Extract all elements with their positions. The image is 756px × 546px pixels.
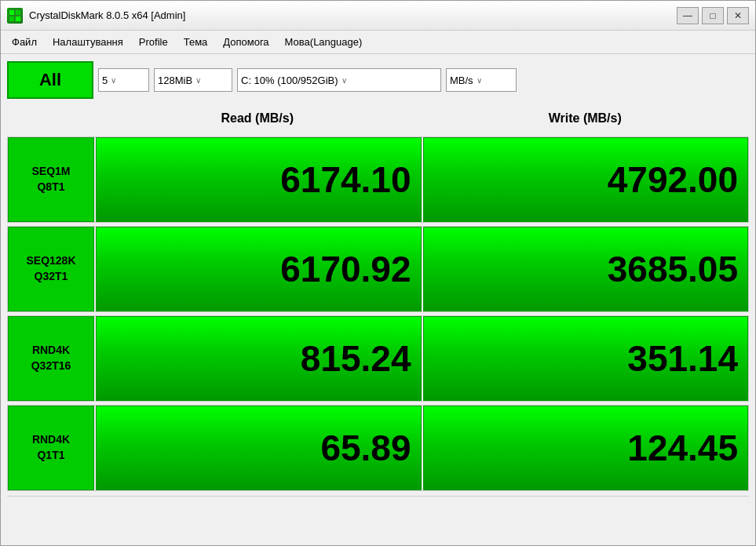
test-label-0: SEQ1MQ8T1 [8,137,94,222]
unit-dropdown-arrow: ∨ [477,76,482,85]
menu-theme[interactable]: Тема [176,33,216,51]
write-value-0: 4792.00 [423,137,749,222]
app-window: CrystalDiskMark 8.0.5 x64 [Admin] — □ ✕ … [0,0,756,546]
drive-dropdown[interactable]: C: 10% (100/952GiB) ∨ [237,68,441,92]
controls-row: All 5 ∨ 128MiB ∨ C: 10% (100/952GiB) ∨ M… [7,60,749,100]
table-row: SEQ128KQ32T16170.923685.05 [7,226,749,312]
header-row: Read (MB/s) Write (MB/s) [7,104,749,132]
size-dropdown-arrow: ∨ [195,76,201,85]
size-dropdown[interactable]: 128MiB ∨ [154,68,232,92]
header-read: Read (MB/s) [93,111,422,126]
close-button[interactable]: ✕ [727,7,749,24]
window-title: CrystalDiskMark 8.0.5 x64 [Admin] [29,9,677,21]
unit-dropdown[interactable]: MB/s ∨ [446,68,517,92]
window-controls: — □ ✕ [677,7,749,24]
all-button[interactable]: All [7,61,93,99]
status-bar [7,496,749,518]
app-icon [7,8,23,24]
test-label-3: RND4KQ1T1 [8,406,94,490]
write-value-2: 351.14 [423,316,749,401]
data-rows-container: SEQ1MQ8T16174.104792.00SEQ128KQ32T16170.… [7,136,749,491]
maximize-button[interactable]: □ [702,7,724,24]
menu-help[interactable]: Допомога [215,33,276,51]
main-content: All 5 ∨ 128MiB ∨ C: 10% (100/952GiB) ∨ M… [1,54,755,545]
table-row: SEQ1MQ8T16174.104792.00 [7,136,749,223]
count-dropdown-arrow: ∨ [111,76,116,85]
read-value-3: 65.89 [96,406,422,490]
title-bar: CrystalDiskMark 8.0.5 x64 [Admin] — □ ✕ [1,1,755,31]
menu-file[interactable]: Файл [4,33,45,51]
drive-dropdown-arrow: ∨ [341,76,347,85]
table-row: RND4KQ1T165.89124.45 [7,405,749,491]
svg-rect-4 [16,16,20,21]
read-value-0: 6174.10 [96,137,422,222]
svg-rect-2 [16,10,20,15]
test-label-2: RND4KQ32T16 [8,316,94,401]
read-value-1: 6170.92 [96,227,422,311]
minimize-button[interactable]: — [677,7,699,24]
menu-bar: Файл Налаштування Profile Тема Допомога … [1,31,755,54]
svg-rect-1 [9,10,14,15]
header-write: Write (MB/s) [422,111,750,126]
menu-profile[interactable]: Profile [131,33,176,51]
write-value-3: 124.45 [423,406,749,490]
write-value-1: 3685.05 [423,227,749,311]
menu-settings[interactable]: Налаштування [45,33,131,51]
read-value-2: 815.24 [96,316,422,401]
svg-rect-3 [9,16,14,21]
test-label-1: SEQ128KQ32T1 [8,227,94,311]
table-row: RND4KQ32T16815.24351.14 [7,315,749,402]
menu-language[interactable]: Мова(Language) [277,33,371,51]
count-dropdown[interactable]: 5 ∨ [98,68,149,92]
